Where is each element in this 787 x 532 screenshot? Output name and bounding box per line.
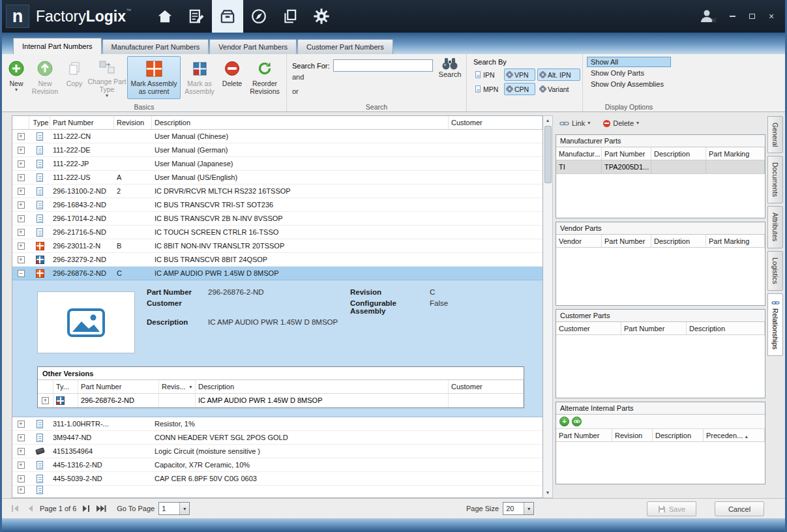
expand-toggle[interactable]: +	[18, 147, 25, 154]
table-row[interactable]: + 311-1.00HRTR-... Resistor, 1%	[12, 417, 542, 431]
expand-toggle[interactable]: +	[18, 448, 25, 455]
show-all-option[interactable]: Show All	[587, 57, 671, 67]
ov-revision-column-header[interactable]: Revis...▼	[159, 380, 196, 393]
description-column-header[interactable]: Description	[651, 147, 706, 160]
collapse-toggle[interactable]: −	[18, 270, 25, 277]
search-by-cpn-button[interactable]: CPN	[504, 83, 535, 95]
close-button[interactable]: ×	[763, 8, 780, 24]
cancel-button[interactable]: Cancel	[715, 501, 764, 516]
expand-toggle[interactable]: +	[18, 256, 25, 263]
parts-library-nav-button[interactable]	[212, 0, 243, 33]
tab-customer-part-numbers[interactable]: Customer Part Numbers	[297, 39, 393, 54]
search-by-ipn-button[interactable]: IPN	[472, 68, 502, 81]
goto-page-select[interactable]: 1 ▼	[158, 502, 190, 515]
scroll-down-icon[interactable]: ▼	[546, 488, 550, 497]
documents-nav-button[interactable]	[275, 0, 306, 33]
expand-toggle[interactable]: +	[18, 421, 25, 428]
revision-column-header[interactable]: Revision	[612, 429, 653, 441]
copy-button[interactable]: Copy	[62, 56, 87, 99]
table-row[interactable]: + 296-21716-5-ND IC TOUCH SCREEN CTRLR 1…	[12, 226, 542, 239]
expand-toggle[interactable]: +	[18, 486, 25, 494]
part-number-column-header[interactable]: Part Number	[50, 116, 114, 129]
type-column-header[interactable]: Type	[29, 116, 50, 129]
ov-customer-column-header[interactable]: Customer	[449, 380, 524, 393]
part-marking-column-header[interactable]: Part Marking	[706, 235, 765, 247]
tab-manufacturer-part-numbers[interactable]: Manufacturer Part Numbers	[102, 39, 209, 54]
table-scrollbar[interactable]: ▲ ▼	[543, 115, 553, 498]
minimize-button[interactable]	[724, 8, 741, 24]
tab-attributes[interactable]: Attributes	[767, 206, 783, 248]
part-image-placeholder[interactable]	[37, 291, 135, 353]
unlink-delete-button[interactable]: Delete ▾	[603, 119, 639, 127]
manufacturer-column-header[interactable]: Manufactur...	[556, 147, 602, 160]
scrollbar-thumb[interactable]	[544, 126, 552, 183]
part-number-column-header[interactable]: Part Number	[602, 147, 651, 160]
search-input[interactable]	[333, 59, 433, 72]
ov-type-column-header[interactable]: Ty...	[53, 380, 78, 393]
table-row-selected[interactable]: − 296-26876-2-ND C IC AMP AUDIO PWR 1.45…	[12, 267, 542, 280]
new-revision-button[interactable]: New Revision	[28, 56, 62, 99]
customer-column-header[interactable]: Customer	[556, 322, 621, 334]
new-button[interactable]: New ▾	[5, 56, 28, 99]
tab-internal-part-numbers[interactable]: Internal Part Numbers	[13, 38, 102, 54]
description-column-header[interactable]: Description	[687, 322, 765, 334]
save-button[interactable]: Save	[647, 501, 696, 516]
filter-caret-icon[interactable]: ▼	[188, 380, 193, 393]
last-page-button[interactable]	[95, 503, 106, 514]
mark-as-assembly-button[interactable]: Mark as Assembly	[181, 56, 218, 99]
tab-logistics[interactable]: Logistics	[767, 251, 783, 291]
navigator-nav-button[interactable]	[243, 0, 275, 33]
search-by-alt-ipn-button[interactable]: Alt. IPN	[537, 68, 580, 81]
customer-column-header[interactable]: Customer	[449, 116, 542, 129]
expand-toggle[interactable]: +	[18, 243, 25, 250]
table-row[interactable]: + 296-17014-2-ND IC BUS TRANSCVR 2B N-IN…	[12, 212, 542, 226]
expand-toggle[interactable]: +	[18, 201, 25, 209]
vendor-column-header[interactable]: Vendor	[556, 235, 602, 247]
page-size-select[interactable]: 20 ▼	[503, 502, 534, 515]
search-by-vpn-button[interactable]: VPN	[504, 68, 535, 81]
link-alternate-part-button[interactable]	[572, 417, 582, 426]
mark-assembly-as-current-button[interactable]: Mark Assembly as current	[127, 56, 181, 99]
scroll-up-icon[interactable]: ▲	[546, 116, 550, 125]
first-page-button[interactable]	[10, 503, 21, 514]
previous-page-button[interactable]	[25, 503, 36, 514]
reorder-revisions-button[interactable]: Reorder Revisions	[246, 56, 284, 99]
user-logout-button[interactable]	[695, 0, 721, 33]
description-column-header[interactable]: Description	[152, 116, 449, 129]
expand-toggle[interactable]: +	[18, 188, 25, 195]
link-button[interactable]: Link ▾	[559, 119, 590, 127]
expand-toggle[interactable]: +	[18, 215, 25, 222]
settings-nav-button[interactable]	[306, 0, 337, 33]
ov-description-column-header[interactable]: Description	[196, 380, 449, 393]
show-only-assemblies-option[interactable]: Show Only Assemblies	[587, 79, 671, 89]
tab-relationships[interactable]: Relationships	[767, 293, 783, 356]
part-number-column-header[interactable]: Part Number	[621, 322, 687, 334]
search-by-mpn-button[interactable]: MPN	[472, 83, 502, 95]
table-row[interactable]: + 3M9447-ND CONN HEADER VERT SGL 2POS GO…	[12, 431, 542, 445]
expand-toggle[interactable]: +	[18, 475, 25, 482]
search-button[interactable]: Search	[435, 56, 465, 78]
expand-toggle[interactable]: +	[18, 434, 25, 441]
part-number-column-header[interactable]: Part Number	[602, 235, 651, 247]
tab-vendor-part-numbers[interactable]: Vendor Part Numbers	[209, 39, 297, 54]
tab-general[interactable]: General	[767, 116, 783, 153]
table-row[interactable]: + 111-222-US A User Manual (US/English)	[12, 171, 542, 185]
table-row[interactable]: + 111-222-JP User Manual (Japanese)	[12, 157, 542, 171]
expand-toggle[interactable]: +	[18, 160, 25, 168]
expand-toggle[interactable]: +	[18, 174, 25, 181]
delete-button[interactable]: Delete	[218, 56, 246, 99]
tab-documents[interactable]: Documents	[767, 156, 783, 203]
table-row[interactable]: + 296-23279-2-ND IC BUS TRANSCVR 8BIT 24…	[12, 253, 542, 267]
engineering-nav-button[interactable]	[181, 0, 212, 33]
home-nav-button[interactable]	[149, 0, 181, 33]
expand-toggle[interactable]: +	[42, 397, 49, 404]
table-row[interactable]: + 296-16843-2-ND IC BUS TRANSCVR TRI-ST …	[12, 198, 542, 212]
precedence-column-header[interactable]: Preceden...▲	[704, 429, 765, 441]
expand-toggle[interactable]: +	[18, 462, 25, 469]
revision-column-header[interactable]: Revision	[114, 116, 152, 129]
expand-toggle[interactable]: +	[18, 133, 25, 140]
search-by-variant-button[interactable]: Variant	[537, 83, 580, 95]
change-part-type-button[interactable]: Change Part Type ▾	[87, 56, 127, 99]
next-page-button[interactable]	[80, 503, 91, 514]
table-row[interactable]: + 296-23011-2-N B IC 8BIT NON-INV TRANSL…	[12, 239, 542, 253]
